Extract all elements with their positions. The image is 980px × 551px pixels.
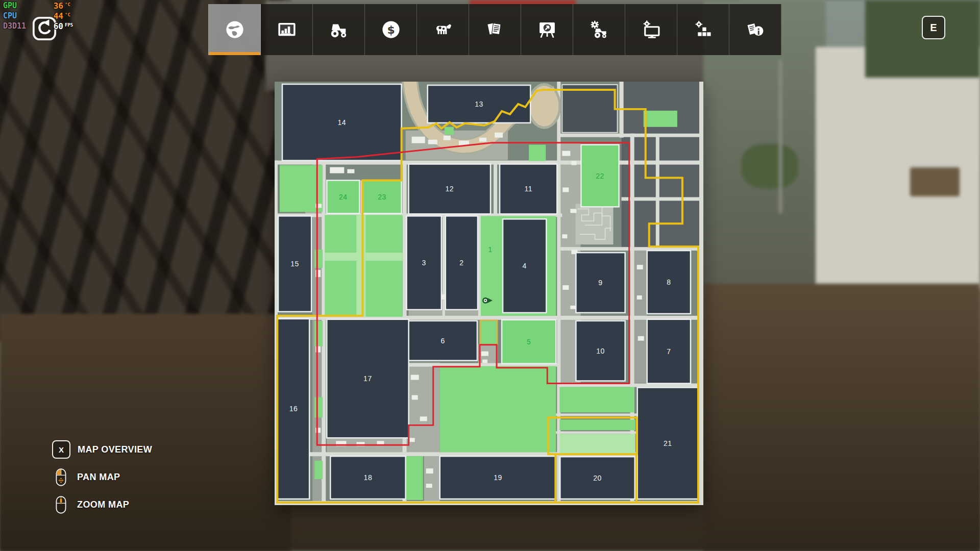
bar-chart-icon	[276, 19, 298, 40]
tab-vehicles[interactable]	[313, 4, 365, 55]
controls-legend: XMAP OVERVIEWPAN MAPZOOM MAP	[52, 440, 152, 522]
owned-green-area[interactable]	[325, 253, 402, 261]
scene-lamp-pole	[779, 60, 782, 213]
hud-stat-label: CPU	[3, 11, 43, 20]
tab-animals[interactable]	[417, 4, 469, 55]
owned-green-area[interactable]	[644, 111, 677, 127]
field-label-20: 20	[593, 474, 602, 482]
legend-item-map-overview: XMAP OVERVIEW	[52, 440, 152, 459]
tab-finances[interactable]: $	[365, 4, 417, 55]
tab-contracts[interactable]	[469, 4, 521, 55]
field-label-12: 12	[446, 185, 454, 193]
hud-stat-cpu: CPU44°C	[3, 11, 120, 21]
legend-item-zoom-map: ZOOM MAP	[52, 495, 152, 514]
field-label-3: 3	[422, 259, 426, 267]
field-label-2: 2	[459, 259, 463, 267]
field-label-13: 13	[475, 100, 483, 108]
owned-green-area[interactable]	[445, 127, 454, 135]
tab-maintenance[interactable]	[573, 4, 625, 55]
owned-green-area[interactable]	[314, 461, 323, 479]
scene-bush	[741, 144, 798, 189]
field-label-11: 11	[524, 185, 532, 193]
scene-hedge	[865, 0, 980, 78]
owned-green-area[interactable]	[406, 456, 423, 500]
field-label-8: 8	[667, 278, 671, 286]
field-label-5: 5	[527, 338, 531, 346]
tab-general-settings[interactable]	[677, 4, 729, 55]
svg-text:$: $	[387, 23, 395, 36]
field-label-4: 4	[523, 262, 527, 270]
owned-green-area[interactable]	[314, 397, 323, 418]
mouse-zoom-icon	[56, 496, 66, 514]
info-document-icon	[745, 19, 766, 40]
blocks-gear-icon	[693, 19, 714, 40]
hud-stat-value: 44	[43, 11, 63, 21]
hud-stat-unit: FPS	[65, 22, 73, 28]
mouse-pan-icon	[56, 468, 66, 486]
hud-stat-value: 36	[43, 1, 63, 11]
hud-stat-unit: °C	[65, 2, 70, 7]
hud-stat-label: D3D11	[3, 21, 43, 31]
field-label-23: 23	[378, 193, 386, 201]
field-label-10: 10	[596, 347, 605, 355]
field-unnumbered[interactable]	[562, 85, 617, 133]
hud-stat-d3d11: D3D1160FPS	[3, 21, 120, 32]
field-label-15: 15	[290, 260, 299, 268]
field-label-21: 21	[664, 439, 672, 447]
owned-green-area[interactable]	[314, 249, 323, 268]
field-label-7: 7	[667, 347, 671, 356]
globe-icon	[224, 19, 246, 40]
hud-stat-unit: °C	[65, 12, 70, 17]
owned-green-area[interactable]	[559, 419, 635, 430]
field-label-9: 9	[598, 279, 602, 287]
field-label-1: 1	[488, 245, 492, 254]
owned-green-area[interactable]	[529, 145, 546, 161]
tab-production[interactable]	[521, 4, 573, 55]
tab-map[interactable]	[208, 4, 261, 55]
legend-label: ZOOM MAP	[77, 499, 129, 510]
field-label-22: 22	[596, 172, 604, 180]
owned-green-area[interactable]	[559, 434, 635, 453]
easel-chart-icon	[536, 19, 558, 40]
monitor-gear-icon	[641, 19, 662, 40]
scene-bench	[910, 167, 960, 196]
escape-key-prompt: E	[922, 16, 945, 39]
scene-dirt-ground-right	[703, 284, 980, 551]
owned-green-area[interactable]	[440, 366, 556, 453]
field-label-6: 6	[441, 337, 445, 345]
tractor-icon	[328, 19, 350, 40]
documents-icon	[484, 19, 506, 40]
field-label-17: 17	[363, 374, 372, 383]
field-label-19: 19	[494, 473, 502, 482]
legend-label: PAN MAP	[77, 472, 120, 483]
key-prompt-X: X	[52, 440, 70, 459]
field-label-18: 18	[364, 473, 373, 482]
owned-green-area[interactable]	[480, 320, 497, 345]
tab-help[interactable]	[729, 4, 781, 55]
tab-game-settings[interactable]	[625, 4, 677, 55]
owned-green-area[interactable]	[314, 321, 323, 346]
tractor-gear-icon	[589, 19, 610, 40]
field-label-14: 14	[338, 118, 347, 127]
legend-item-pan-map: PAN MAP	[52, 467, 152, 487]
legend-label: MAP OVERVIEW	[78, 444, 152, 455]
field-map[interactable]: 141312112224231532149810765171618192021	[275, 82, 703, 505]
cow-icon	[432, 19, 454, 40]
dollar-icon: $	[380, 19, 402, 40]
owned-green-area[interactable]	[356, 215, 365, 317]
tab-statistics[interactable]	[261, 4, 313, 55]
owned-green-area[interactable]	[559, 387, 634, 413]
field-label-24: 24	[339, 193, 348, 201]
hud-stat-value: 60	[43, 21, 63, 31]
hud-stat-gpu: GPU36°C	[3, 1, 120, 11]
hud-stat-label: GPU	[3, 1, 43, 10]
performance-overlay: GPU36°CCPU44°CD3D1160FPS	[3, 1, 120, 32]
field-label-16: 16	[289, 405, 298, 413]
main-menu-bar: $	[208, 4, 781, 55]
game-screen: { "colors": { "accent_orange": "#e8982c"…	[0, 0, 980, 551]
